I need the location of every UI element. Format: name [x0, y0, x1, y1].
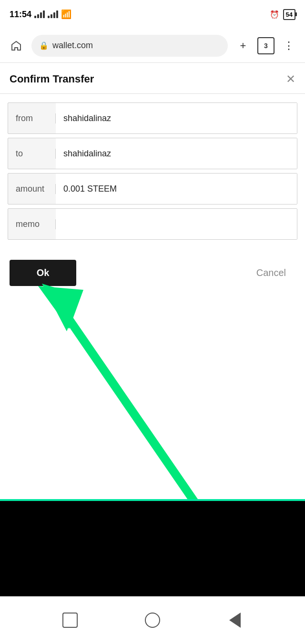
confirm-transfer-dialog: Confirm Transfer ✕ from shahidalinaz to …: [0, 63, 305, 297]
circle-icon: [145, 613, 160, 628]
home-button[interactable]: [8, 37, 25, 54]
memo-row: memo: [8, 208, 297, 240]
memo-label: memo: [8, 219, 56, 229]
back-icon: [229, 613, 241, 628]
menu-button[interactable]: ⋮: [280, 37, 297, 54]
square-icon: [62, 613, 78, 628]
alarm-icon: ⏰: [270, 10, 279, 19]
url-text: wallet.com: [52, 41, 93, 51]
amount-row: amount 0.001 STEEM: [8, 173, 297, 204]
to-label: to: [8, 149, 56, 159]
lock-icon: 🔒: [39, 41, 49, 50]
wifi-icon: 📶: [61, 9, 71, 20]
browser-bar: 🔒 wallet.com + 3 ⋮: [0, 29, 305, 63]
status-left: 11:54 📶: [10, 9, 71, 20]
url-bar[interactable]: 🔒 wallet.com: [31, 35, 228, 57]
to-row: to shahidalinaz: [8, 138, 297, 169]
form-section: from shahidalinaz to shahidalinaz amount…: [0, 94, 305, 248]
signal-icon-1: [34, 10, 45, 18]
browser-actions: + 3 ⋮: [234, 37, 297, 54]
nav-bar: [0, 596, 305, 644]
signal-icon-2: [48, 10, 58, 18]
time-display: 11:54: [10, 10, 31, 20]
status-right: ⏰ 54: [270, 9, 295, 20]
from-value: shahidalinaz: [56, 103, 297, 133]
battery-icon: 54: [283, 9, 295, 20]
cancel-button[interactable]: Cancel: [247, 260, 295, 286]
new-tab-button[interactable]: +: [234, 37, 252, 54]
close-button[interactable]: ✕: [286, 72, 295, 86]
memo-value[interactable]: [56, 209, 297, 239]
dialog-header: Confirm Transfer ✕: [0, 63, 305, 94]
nav-back-button[interactable]: [224, 610, 245, 631]
bottom-black-area: [0, 501, 305, 596]
to-value: shahidalinaz: [56, 138, 297, 169]
from-label: from: [8, 113, 56, 123]
tabs-button[interactable]: 3: [257, 37, 274, 54]
dialog-title: Confirm Transfer: [10, 73, 94, 85]
status-bar: 11:54 📶 ⏰ 54: [0, 0, 305, 29]
from-row: from shahidalinaz: [8, 102, 297, 134]
nav-square-button[interactable]: [60, 610, 81, 631]
amount-label: amount: [8, 184, 56, 194]
nav-home-button[interactable]: [142, 610, 163, 631]
amount-value: 0.001 STEEM: [56, 174, 297, 204]
ok-button[interactable]: Ok: [10, 260, 76, 286]
svg-line-0: [69, 319, 200, 510]
dialog-actions: Ok Cancel: [0, 248, 305, 297]
